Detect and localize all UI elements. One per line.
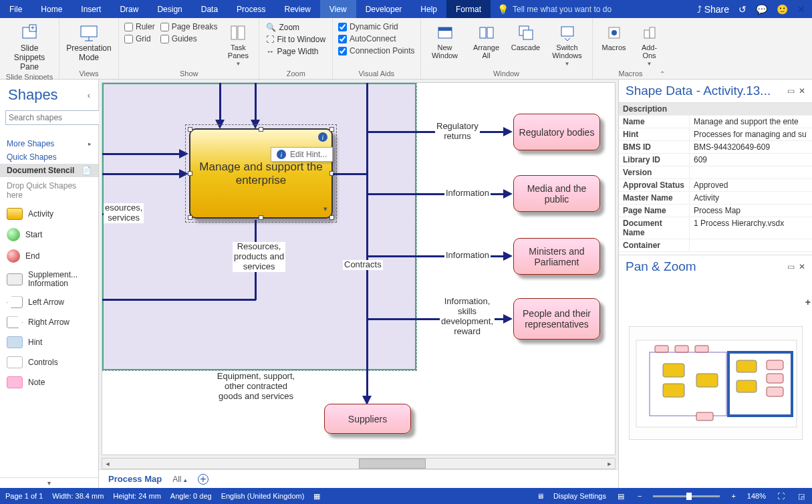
grid-checkbox[interactable]: Grid	[124, 34, 155, 43]
scroll-thumb[interactable]	[359, 459, 426, 469]
menu-format[interactable]: Format	[446, 0, 491, 18]
pane-window-icon[interactable]: ▭	[787, 86, 795, 96]
data-row[interactable]: Version	[619, 166, 812, 179]
stencil-start[interactable]: Start	[0, 224, 98, 245]
shape-media[interactable]: Media and the public	[513, 175, 600, 212]
full-screen-icon[interactable]: ◲	[796, 492, 807, 501]
expand-icon[interactable]: ▾	[323, 205, 327, 213]
stencil-activity[interactable]: Activity	[0, 204, 98, 224]
data-row[interactable]: Master NameActivity	[619, 192, 812, 205]
pan-zoom-body[interactable]: +	[619, 278, 812, 488]
menu-insert[interactable]: Insert	[72, 0, 110, 18]
stencil-end[interactable]: End	[0, 245, 98, 267]
shape-people[interactable]: People and their representatives	[513, 298, 600, 340]
autoconnect-checkbox[interactable]: AutoConnect	[338, 34, 414, 43]
task-panes-button[interactable]: Task Panes ▼	[223, 21, 253, 67]
scroll-right[interactable]: ►	[604, 461, 615, 467]
stencil-note[interactable]: Note	[0, 372, 98, 392]
horizontal-scrollbar[interactable]: ◄ ►	[102, 458, 616, 469]
menu-review[interactable]: Review	[275, 0, 319, 18]
pane-close-icon[interactable]: ✕	[799, 262, 805, 271]
stencil-right-arrow[interactable]: Right Arrow	[0, 312, 98, 332]
menu-help[interactable]: Help	[411, 0, 446, 18]
new-window-button[interactable]: New Window	[426, 21, 464, 59]
comment-icon[interactable]: 💬	[756, 4, 767, 15]
menu-home[interactable]: Home	[31, 0, 72, 18]
guides-checkbox[interactable]: Guides	[160, 34, 218, 43]
document-stencil-item[interactable]: Document Stencil 📄	[0, 164, 98, 177]
pan-zoom-thumbnail[interactable]	[629, 326, 803, 440]
share-button[interactable]: ⤴ Share	[697, 4, 729, 15]
shape-suppliers[interactable]: Suppliers	[324, 404, 411, 434]
slide-snippets-pane-button[interactable]: + Slide Snippets Pane	[5, 21, 53, 72]
stencil-left-arrow[interactable]: Left Arrow	[0, 292, 98, 312]
data-row[interactable]: BMS IDBMS-944320649-609	[619, 141, 812, 154]
presentation-view-icon[interactable]: ▤	[616, 492, 626, 501]
close-icon[interactable]: ✕	[797, 4, 805, 15]
tab-process-map[interactable]: Process Map	[108, 474, 162, 484]
add-page-button[interactable]: +	[198, 474, 209, 485]
data-row[interactable]: Container	[619, 239, 812, 252]
menu-design[interactable]: Design	[148, 0, 191, 18]
cascade-button[interactable]: Cascade	[509, 21, 543, 51]
page-breaks-checkbox[interactable]: Page Breaks	[160, 22, 218, 31]
shape-regulatory[interactable]: Regulatory bodies	[513, 114, 600, 150]
stencil-controls[interactable]: Controls	[0, 352, 98, 372]
menu-data[interactable]: Data	[192, 0, 227, 18]
fit-page-icon[interactable]: ⛶	[775, 492, 787, 500]
status-display[interactable]: Display Settings	[553, 492, 606, 500]
arrange-all-button[interactable]: Arrange All	[469, 21, 504, 59]
shape-manage-support[interactable]: Manage and support the enterprise i ▾	[189, 128, 333, 219]
data-row[interactable]: NameManage and support the ente	[619, 116, 812, 128]
status-page[interactable]: Page 1 of 1	[5, 492, 43, 500]
ruler-checkbox[interactable]: Ruler	[124, 22, 155, 31]
stencil-scroll-down[interactable]: ▾	[0, 477, 98, 488]
collapse-ribbon-button[interactable]: ⌃	[660, 70, 665, 78]
macro-recorder-icon[interactable]: ▦	[313, 492, 320, 501]
zoom-out-button[interactable]: −	[636, 492, 644, 500]
dynamic-grid-checkbox[interactable]: Dynamic Grid	[338, 22, 414, 31]
macros-button[interactable]: Macros	[598, 21, 630, 51]
menu-draw[interactable]: Draw	[110, 0, 148, 18]
presentation-mode-button[interactable]: Presentation Mode	[65, 21, 113, 62]
pane-close-icon[interactable]: ✕	[799, 86, 805, 96]
addons-button[interactable]: Add- Ons▼	[636, 21, 664, 67]
more-shapes-link[interactable]: More Shapes▸	[0, 137, 98, 150]
data-row[interactable]: HintProcesses for managing and su	[619, 128, 812, 141]
pan-zoom-plus[interactable]: +	[805, 297, 811, 307]
collapse-shapes-icon[interactable]: ‹	[88, 90, 90, 100]
menu-view[interactable]: View	[320, 0, 356, 18]
data-row[interactable]: Approval StatusApproved	[619, 179, 812, 192]
svg-rect-7	[238, 26, 245, 39]
stencil-supplement[interactable]: Supplement... Information	[0, 267, 98, 292]
display-settings-icon[interactable]: 🖥	[537, 492, 544, 500]
connection-points-checkbox[interactable]: Connection Points	[338, 46, 414, 55]
zoom-slider[interactable]	[653, 495, 720, 497]
shape-ministers[interactable]: Ministers and Parliament	[513, 238, 600, 275]
pane-window-icon[interactable]: ▭	[787, 262, 795, 271]
menu-process[interactable]: Process	[227, 0, 275, 18]
quick-shapes-link[interactable]: Quick Shapes	[0, 150, 98, 164]
status-language[interactable]: English (United Kingdom)	[221, 492, 305, 500]
data-row[interactable]: Page NameProcess Map	[619, 205, 812, 217]
stencil-hint[interactable]: Hint	[0, 332, 98, 352]
switch-windows-button[interactable]: Switch Windows▼	[548, 21, 587, 67]
zoom-button[interactable]: 🔍Zoom	[265, 22, 327, 33]
history-icon[interactable]: ↺	[738, 4, 747, 15]
shapes-search-input[interactable]	[5, 110, 112, 125]
info-icon[interactable]: i	[318, 132, 327, 142]
drawing-canvas[interactable]: esources, services Manage and support th…	[102, 82, 616, 455]
scroll-left[interactable]: ◄	[102, 461, 113, 467]
menu-file[interactable]: File	[0, 0, 31, 18]
tab-all[interactable]: All ▴	[172, 475, 187, 484]
tell-me-search[interactable]: 💡 Tell me what you want to do	[491, 0, 690, 18]
data-row[interactable]: Document Name1 Process Hierarchy.vsdx	[619, 217, 812, 239]
menu-developer[interactable]: Developer	[356, 0, 412, 18]
edit-hint-tooltip[interactable]: i Edit Hint...	[271, 147, 333, 162]
page-width-button[interactable]: ↔Page Width	[265, 46, 327, 57]
data-row[interactable]: Library ID609	[619, 154, 812, 166]
smiley-icon[interactable]: 🙂	[777, 4, 788, 15]
zoom-in-button[interactable]: +	[729, 492, 737, 500]
fit-to-window-button[interactable]: ⛶Fit to Window	[265, 34, 327, 45]
status-zoom[interactable]: 148%	[747, 492, 766, 500]
